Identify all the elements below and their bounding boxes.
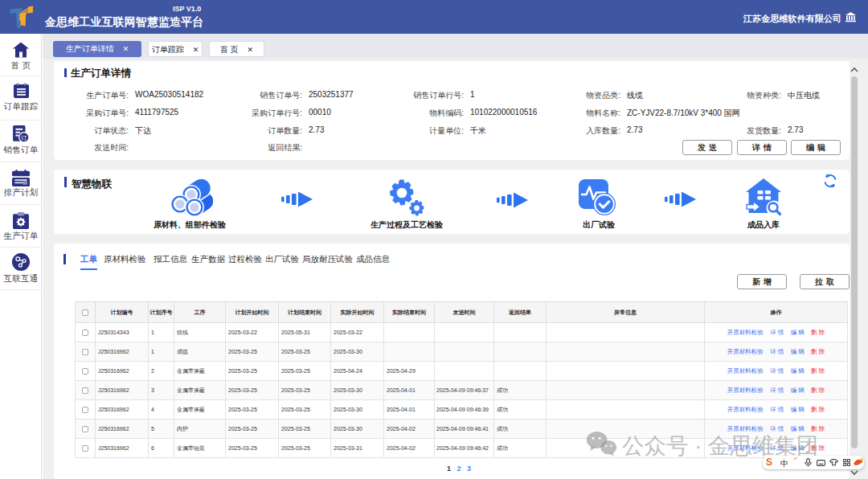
svg-text:订: 订 [21,135,27,141]
